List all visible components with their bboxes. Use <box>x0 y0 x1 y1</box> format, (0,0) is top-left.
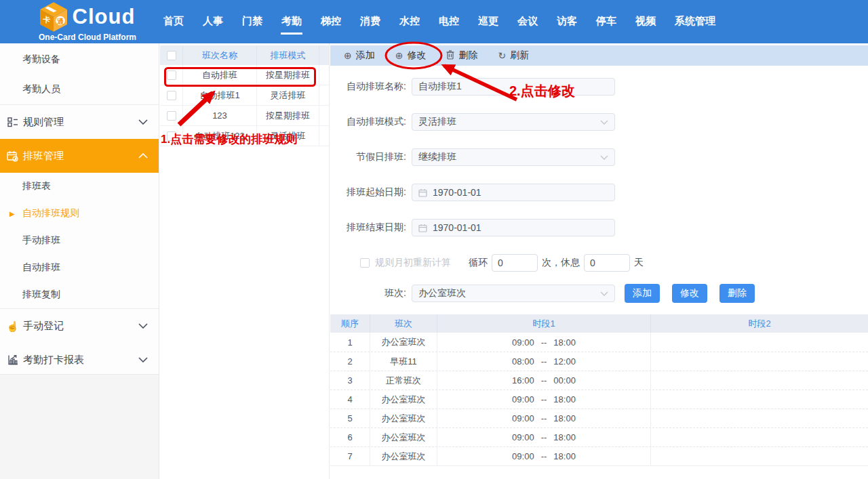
rule-row[interactable]: 123 按星期排班 <box>160 106 329 126</box>
auto-schedule-name-input[interactable]: 自动排班1 <box>412 78 615 96</box>
rule-name: 123 <box>183 106 257 125</box>
row-checkbox[interactable] <box>167 111 176 121</box>
sidebar-item-manual-schedule[interactable]: 手动排班 <box>0 227 159 254</box>
sidebar-group-label: 考勤打卡报表 <box>23 354 84 367</box>
rule-row[interactable]: 自动排班123 灵活排班 <box>160 126 329 146</box>
recalc-checkbox[interactable] <box>360 258 370 268</box>
nav-item-water[interactable]: 水控 <box>399 9 420 35</box>
cell-shift: 早班11 <box>370 352 437 371</box>
form-row-holiday: 节假日排班: 继续排班 <box>330 148 868 166</box>
circle-plus-icon: ⊕ <box>395 51 403 60</box>
shift-table-row[interactable]: 5 办公室班次 09:00--18:00 <box>330 409 868 428</box>
nav-item-electric[interactable]: 电控 <box>438 9 460 35</box>
sidebar-item-schedule-table[interactable]: 排班表 <box>0 173 159 200</box>
shift-table-row[interactable]: 3 正常班次 16:00--00:00 <box>330 371 868 390</box>
mode-value: 灵活排班 <box>418 116 600 128</box>
shift-table-row[interactable]: 2 早班11 08:00--12:00 <box>330 352 868 371</box>
nav-item-attendance[interactable]: 考勤 <box>281 9 302 35</box>
shift-table-row[interactable]: 7 办公室班次 09:00--18:00 <box>330 446 868 465</box>
nav-item-consume[interactable]: 消费 <box>359 9 381 35</box>
shift-delete-button[interactable]: 删除 <box>719 284 755 303</box>
shift-add-button[interactable]: 添加 <box>625 284 660 303</box>
auto-schedule-mode-select[interactable]: 灵活排班 <box>412 113 615 131</box>
select-all-checkbox[interactable] <box>167 51 176 60</box>
rule-list-header: 班次名称 排班模式 <box>160 45 329 65</box>
nav-item-patrol[interactable]: 巡更 <box>477 9 499 35</box>
time-start: 09:00 <box>512 451 534 461</box>
sidebar-group-label: 手动登记 <box>23 320 64 333</box>
cycle-count-input[interactable]: 0 <box>492 254 538 272</box>
time-start: 09:00 <box>512 413 534 423</box>
shift-table-row[interactable]: 1 办公室班次 09:00--18:00 <box>330 333 868 352</box>
cell-order: 2 <box>330 352 370 371</box>
cell-order: 7 <box>330 447 370 465</box>
form-row-shift: 班次: 办公室班次 添加 修改 删除 <box>330 284 868 303</box>
sidebar-group-scheduling[interactable]: 排班管理 <box>0 139 159 173</box>
end-date-label: 排班结束日期: <box>330 222 406 234</box>
sidebar-item-attendance-person[interactable]: 考勤人员 <box>0 75 159 104</box>
days-suffix-label: 天 <box>634 257 644 269</box>
refresh-button[interactable]: ↻ 刷新 <box>498 49 529 62</box>
shift-value: 办公室班次 <box>418 287 600 299</box>
sidebar-group-manual-register[interactable]: ☝ 手动登记 <box>0 309 159 343</box>
start-date-input[interactable]: 1970-01-01 <box>412 184 615 201</box>
svg-text:卡: 卡 <box>42 16 50 24</box>
shift-select[interactable]: 办公室班次 <box>412 285 615 302</box>
sidebar-item-schedule-copy[interactable]: 排班复制 <box>0 281 159 308</box>
time-separator: -- <box>541 451 547 461</box>
sidebar-item-label: 手动排班 <box>22 234 60 247</box>
cell-shift: 办公室班次 <box>370 428 437 446</box>
shift-edit-button[interactable]: 修改 <box>672 284 707 303</box>
edit-button[interactable]: ⊕ 修改 <box>395 49 427 62</box>
nav-item-access[interactable]: 门禁 <box>241 9 263 35</box>
row-checkbox[interactable] <box>167 91 176 100</box>
rest-label: 次，休息 <box>542 257 580 269</box>
logo-title: Cloud <box>73 5 136 29</box>
chevron-down-icon <box>138 323 148 329</box>
nav-item-home[interactable]: 首页 <box>163 9 184 35</box>
shift-table-row[interactable]: 4 办公室班次 09:00--18:00 <box>330 390 868 409</box>
column-header-shift: 班次 <box>370 314 437 333</box>
time-separator: -- <box>541 432 547 442</box>
report-icon <box>7 354 18 365</box>
time-end: 18:00 <box>553 413 576 423</box>
add-button[interactable]: ⊕ 添加 <box>344 49 375 62</box>
sidebar-item-auto-schedule[interactable]: 自动排班 <box>0 254 159 281</box>
delete-button[interactable]: 删除 <box>446 49 477 62</box>
holiday-label: 节假日排班: <box>330 151 406 163</box>
nav-item-elevator[interactable]: 梯控 <box>320 9 342 35</box>
row-checkbox[interactable] <box>167 70 176 80</box>
time-end: 12:00 <box>553 356 576 367</box>
holiday-schedule-select[interactable]: 继续排班 <box>412 148 615 166</box>
nav-item-hr[interactable]: 人事 <box>202 9 224 35</box>
sidebar-item-auto-schedule-rules[interactable]: ▶ 自动排班规则 <box>0 200 159 227</box>
sidebar-item-attendance-device[interactable]: 考勤设备 <box>0 45 159 75</box>
nav-item-visitor[interactable]: 访客 <box>556 9 578 35</box>
nav-item-meeting[interactable]: 会议 <box>517 9 538 35</box>
cell-order: 4 <box>330 390 370 409</box>
column-header-schedule-mode: 排班模式 <box>257 45 319 65</box>
column-header-period2: 时段2 <box>651 318 868 330</box>
rest-days-input[interactable]: 0 <box>584 254 630 272</box>
rule-row[interactable]: 自动排班 按星期排班 <box>160 65 329 85</box>
sidebar-group-rules[interactable]: 规则管理 <box>0 105 159 139</box>
end-date-input[interactable]: 1970-01-01 <box>412 219 615 236</box>
form-row-name: 自动排班名称: 自动排班1 <box>330 78 868 96</box>
nav-item-parking[interactable]: 停车 <box>595 9 617 35</box>
top-navbar: 卡 通 Cloud One-Card Cloud Platform 首页 人事 … <box>0 0 868 43</box>
sidebar-item-label: 考勤设备 <box>22 54 60 66</box>
time-start: 09:00 <box>512 337 534 348</box>
logo-cube-icon: 卡 通 <box>40 2 67 32</box>
svg-text:通: 通 <box>56 17 64 24</box>
nav-item-video[interactable]: 视频 <box>635 9 656 35</box>
shift-table-row[interactable]: 6 办公室班次 09:00--18:00 <box>330 428 868 446</box>
form-row-end-date: 排班结束日期: 1970-01-01 <box>330 219 868 236</box>
time-end: 18:00 <box>553 337 576 348</box>
row-checkbox[interactable] <box>167 131 176 141</box>
nav-item-system[interactable]: 系统管理 <box>674 9 716 35</box>
rule-row[interactable]: 自动排班1 灵活排班 <box>160 85 329 106</box>
rule-name: 自动排班1 <box>183 85 257 105</box>
rest-days-value: 0 <box>590 257 595 268</box>
rule-mode: 按星期排班 <box>257 106 319 125</box>
sidebar-group-attendance-report[interactable]: 考勤打卡报表 <box>0 343 159 377</box>
